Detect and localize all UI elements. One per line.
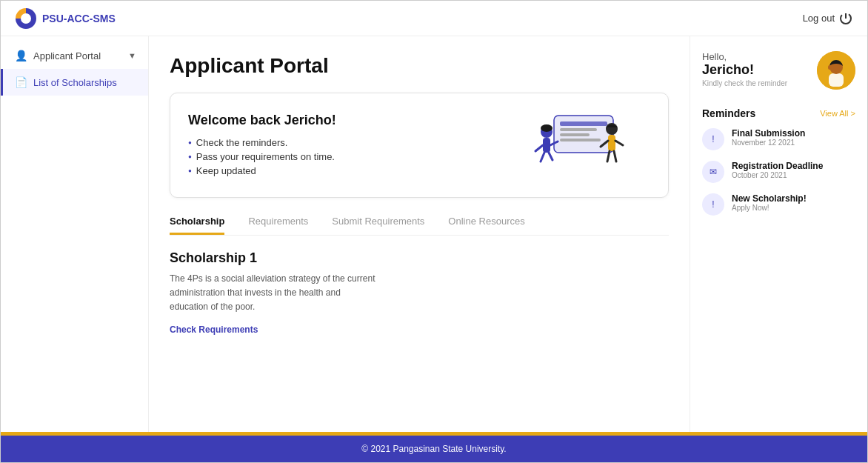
app-frame: PSU-ACC-SMS Log out 👤 Applicant Portal ▼… <box>0 0 868 463</box>
welcome-bullet-2: Pass your requirements on time. <box>188 150 336 164</box>
welcome-bullet-1: Check the reminders. <box>188 136 336 150</box>
illustration-svg <box>502 108 650 182</box>
svg-line-9 <box>535 145 543 151</box>
main-layout: 👤 Applicant Portal ▼ 📄 List of Scholarsh… <box>1 36 867 432</box>
scholarship-description: The 4Ps is a social alleviation strategy… <box>170 272 377 315</box>
greeting-name: Jericho! <box>702 62 808 78</box>
reminder-item-final-submission: ! Final Submission November 12 2021 <box>702 128 855 150</box>
exclamation-icon-2: ! <box>712 199 714 210</box>
sidebar-item-label-applicant-portal: Applicant Portal <box>33 50 101 61</box>
logo-icon <box>16 8 36 29</box>
svg-point-13 <box>541 124 552 132</box>
svg-rect-4 <box>560 128 597 131</box>
logo-icon-inner <box>21 13 31 24</box>
svg-line-19 <box>614 151 616 161</box>
footer: © 2021 Pangasinan State University. <box>1 436 867 462</box>
sidebar-item-applicant-portal[interactable]: 👤 Applicant Portal ▼ <box>1 42 148 69</box>
greeting-section: Hello, Jericho! Kindly check the reminde… <box>702 51 855 90</box>
view-all-link[interactable]: View All > <box>820 109 855 118</box>
sidebar-item-label-list-of-scholarships: List of Scholarships <box>33 77 117 88</box>
reminder-title-2: Registration Deadline <box>732 161 823 171</box>
tab-online-resources[interactable]: Online Resources <box>448 216 524 235</box>
welcome-illustration <box>502 108 650 182</box>
svg-rect-6 <box>560 139 601 141</box>
logout-button[interactable]: Log out <box>803 12 852 25</box>
right-panel: Hello, Jericho! Kindly check the reminde… <box>690 36 867 432</box>
scholarship-title: Scholarship 1 <box>170 250 669 266</box>
reminder-content-1: Final Submission November 12 2021 <box>732 128 805 147</box>
tabs: Scholarship Requirements Submit Requirem… <box>170 216 669 236</box>
svg-point-23 <box>828 65 831 70</box>
reminder-date-2: October 20 2021 <box>732 171 823 179</box>
reminder-date-1: November 12 2021 <box>732 139 805 147</box>
greeting-text: Hello, Jericho! Kindly check the reminde… <box>702 51 808 87</box>
reminder-title-1: Final Submission <box>732 128 805 139</box>
logo: PSU-ACC-SMS <box>16 8 116 29</box>
greeting-subtitle: Kindly check the reminder <box>702 79 808 87</box>
logout-label: Log out <box>803 13 835 24</box>
reminder-content-3: New Scholarship! Apply Now! <box>732 193 807 212</box>
sidebar: 👤 Applicant Portal ▼ 📄 List of Scholarsh… <box>1 36 149 432</box>
reminder-icon-wrap-3: ! <box>702 193 724 216</box>
header: PSU-ACC-SMS Log out <box>1 1 867 36</box>
welcome-text: Welcome back Jericho! Check the reminder… <box>188 113 336 178</box>
avatar-svg <box>817 51 855 90</box>
welcome-heading: Welcome back Jericho! <box>188 113 336 128</box>
app-title: PSU-ACC-SMS <box>42 13 116 24</box>
reminder-item-registration-deadline: ✉ Registration Deadline October 20 2021 <box>702 161 855 183</box>
reminder-content-2: Registration Deadline October 20 2021 <box>732 161 823 179</box>
exclamation-icon-1: ! <box>712 134 714 144</box>
svg-rect-5 <box>560 133 590 136</box>
svg-line-17 <box>615 141 623 145</box>
reminders-header: Reminders View All > <box>702 107 855 119</box>
svg-rect-21 <box>829 73 844 87</box>
tab-scholarship[interactable]: Scholarship <box>170 216 224 235</box>
envelope-icon: ✉ <box>710 167 717 177</box>
reminder-title-3: New Scholarship! <box>732 193 807 204</box>
scholarship-content: Scholarship 1 The 4Ps is a social allevi… <box>170 250 669 336</box>
chevron-down-icon: ▼ <box>128 51 136 60</box>
reminder-icon-wrap-2: ✉ <box>702 161 724 183</box>
greeting-hello: Hello, <box>702 51 808 62</box>
tab-submit-requirements[interactable]: Submit Requirements <box>332 216 424 235</box>
reminder-item-new-scholarship: ! New Scholarship! Apply Now! <box>702 193 855 216</box>
svg-rect-3 <box>560 121 607 126</box>
page-title: Applicant Portal <box>170 54 669 78</box>
check-requirements-link[interactable]: Check Requirements <box>170 324 258 335</box>
sidebar-item-list-of-scholarships[interactable]: 📄 List of Scholarships <box>1 69 148 96</box>
avatar <box>817 51 855 90</box>
reminders-title: Reminders <box>702 107 755 119</box>
person-icon: 👤 <box>15 50 27 61</box>
footer-text: © 2021 Pangasinan State University. <box>361 444 506 454</box>
welcome-bullets: Check the reminders. Pass your requireme… <box>188 136 336 178</box>
welcome-card: Welcome back Jericho! Check the reminder… <box>170 93 669 198</box>
tab-requirements[interactable]: Requirements <box>248 216 308 235</box>
reminder-icon-wrap-1: ! <box>702 128 724 150</box>
svg-line-12 <box>549 153 552 160</box>
svg-rect-15 <box>608 135 615 151</box>
document-icon: 📄 <box>15 76 27 88</box>
svg-line-11 <box>541 153 544 161</box>
main-content: Applicant Portal Welcome back Jericho! C… <box>149 36 690 432</box>
power-icon <box>839 12 852 25</box>
welcome-bullet-3: Keep updated <box>188 164 336 178</box>
reminder-date-3: Apply Now! <box>732 204 807 212</box>
